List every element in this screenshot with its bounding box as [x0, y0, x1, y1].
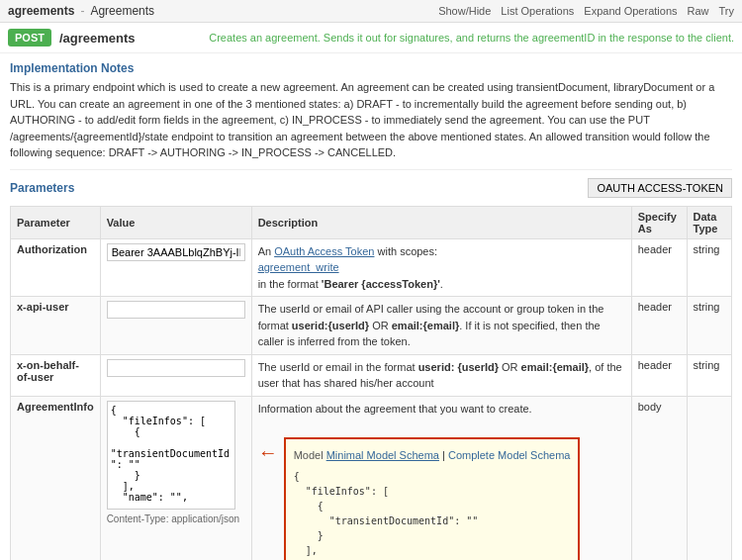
- param-name-agreementinfo: AgreementInfo: [17, 401, 94, 413]
- authorization-value-input[interactable]: [107, 243, 245, 261]
- top-title: Agreements: [90, 4, 154, 18]
- oauth-link[interactable]: OAuth Access Token: [274, 245, 374, 257]
- xonbehalf-value-input[interactable]: [107, 359, 245, 377]
- agreementinfo-datatype: [687, 396, 731, 560]
- model-code: { "fileInfos": [ { "transientDocumentId"…: [294, 469, 571, 560]
- arrow-icon: ←: [258, 441, 278, 463]
- action-showhide[interactable]: Show/Hide: [438, 5, 491, 17]
- params-section: Parameters OAUTH ACCESS-TOKEN Parameter …: [10, 178, 732, 561]
- brand-sep: -: [80, 4, 84, 18]
- col-datatype: Data Type: [687, 206, 731, 238]
- impl-notes-section: Implementation Notes This is a primary e…: [10, 61, 732, 161]
- table-row: x-on-behalf-of-user The userId or email …: [11, 354, 732, 396]
- impl-notes-text: This is a primary endpoint which is used…: [10, 79, 732, 161]
- oauth-access-token-button[interactable]: OAUTH ACCESS-TOKEN: [588, 178, 732, 198]
- model-popup: Model Minimal Model Schema | Complete Mo…: [284, 437, 581, 561]
- impl-notes-title: Implementation Notes: [10, 61, 732, 75]
- xonbehalf-datatype: string: [687, 354, 731, 396]
- agreementinfo-desc: Information about the agreement that you…: [258, 403, 532, 415]
- col-parameter: Parameter: [11, 206, 101, 238]
- content-type-label: Content-Type: application/json: [107, 513, 245, 524]
- table-row: x-api-user The userId or email of API ca…: [11, 297, 732, 355]
- xapiuser-desc: The userId or email of API caller using …: [258, 303, 604, 347]
- model-tab-complete[interactable]: Complete Model Schema: [448, 449, 571, 461]
- table-row: Authorization An OAuth Access Token with…: [11, 238, 732, 297]
- model-tab-minimal[interactable]: Minimal Model Schema: [326, 449, 439, 461]
- xonbehalf-desc: The userId or email in the format userid…: [258, 361, 622, 390]
- xonbehalf-specify: header: [631, 354, 687, 396]
- col-description: Description: [251, 206, 631, 238]
- auth-specify: header: [631, 238, 687, 297]
- top-bar: agreements - Agreements Show/Hide List O…: [0, 0, 742, 23]
- col-specify: Specify As: [631, 206, 687, 238]
- action-list-ops[interactable]: List Operations: [501, 5, 574, 17]
- col-value: Value: [100, 206, 251, 238]
- table-row: AgreementInfo { "fileInfos": [ { "transi…: [11, 396, 732, 560]
- method-row: POST /agreements Creates an agreement. S…: [0, 23, 742, 53]
- method-description: Creates an agreement. Sends it out for s…: [209, 32, 734, 44]
- agreementinfo-specify: body: [631, 396, 687, 560]
- action-raw[interactable]: Raw: [688, 5, 709, 17]
- auth-datatype: string: [687, 238, 731, 297]
- brand: agreements: [8, 4, 74, 18]
- xapiuser-specify: header: [631, 297, 687, 355]
- xapiuser-datatype: string: [687, 297, 731, 355]
- params-title: Parameters: [10, 181, 74, 195]
- param-name-authorization: Authorization: [17, 243, 87, 255]
- auth-desc-before: An: [258, 245, 275, 257]
- method-path: /agreements: [59, 31, 136, 46]
- param-name-xonbehalf: x-on-behalf-of-user: [17, 359, 79, 383]
- params-table: Parameter Value Description Specify As D…: [10, 206, 732, 561]
- post-badge: POST: [8, 29, 51, 47]
- agreement-write-link[interactable]: agreement_write: [258, 261, 339, 273]
- action-try[interactable]: Try: [719, 5, 734, 17]
- xapiuser-value-input[interactable]: [107, 301, 245, 319]
- model-tab-label: Model: [294, 449, 326, 461]
- param-name-xapiuser: x-api-user: [17, 301, 69, 313]
- action-expand-ops[interactable]: Expand Operations: [584, 5, 677, 17]
- agreementinfo-textarea[interactable]: { "fileInfos": [ { "transientDocumentId"…: [107, 401, 235, 510]
